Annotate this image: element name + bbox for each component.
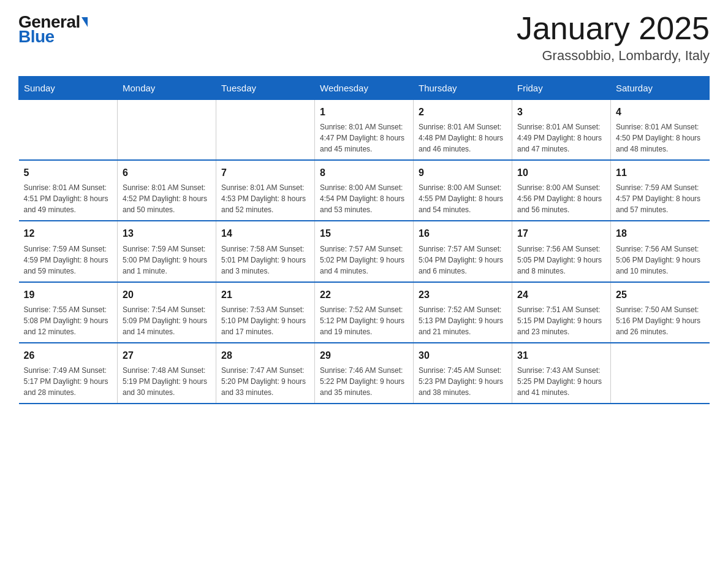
day-number: 16 — [419, 226, 507, 240]
day-info: Sunrise: 8:00 AM Sunset: 4:55 PM Dayligh… — [419, 182, 507, 215]
day-cell — [19, 100, 118, 161]
day-cell: 27Sunrise: 7:48 AM Sunset: 5:19 PM Dayli… — [118, 343, 216, 404]
day-info: Sunrise: 7:49 AM Sunset: 5:17 PM Dayligh… — [24, 365, 113, 398]
day-cell — [216, 100, 315, 161]
week-row-3: 19Sunrise: 7:55 AM Sunset: 5:08 PM Dayli… — [19, 282, 710, 343]
day-info: Sunrise: 7:59 AM Sunset: 5:00 PM Dayligh… — [123, 243, 211, 277]
day-header-monday: Monday — [118, 77, 216, 100]
day-cell: 22Sunrise: 7:52 AM Sunset: 5:12 PM Dayli… — [315, 282, 414, 343]
day-number: 1 — [320, 105, 408, 119]
logo: General Blue — [18, 12, 88, 47]
day-info: Sunrise: 7:56 AM Sunset: 5:06 PM Dayligh… — [616, 243, 705, 277]
day-info: Sunrise: 7:50 AM Sunset: 5:16 PM Dayligh… — [616, 304, 705, 337]
day-info: Sunrise: 8:01 AM Sunset: 4:48 PM Dayligh… — [419, 121, 507, 155]
day-cell: 31Sunrise: 7:43 AM Sunset: 5:25 PM Dayli… — [512, 343, 611, 404]
day-info: Sunrise: 7:56 AM Sunset: 5:05 PM Dayligh… — [517, 243, 605, 277]
day-info: Sunrise: 7:51 AM Sunset: 5:15 PM Dayligh… — [517, 304, 605, 337]
day-cell: 28Sunrise: 7:47 AM Sunset: 5:20 PM Dayli… — [216, 343, 315, 404]
day-cell: 1Sunrise: 8:01 AM Sunset: 4:47 PM Daylig… — [315, 100, 414, 161]
logo-blue-text: Blue — [18, 27, 55, 47]
day-header-tuesday: Tuesday — [216, 77, 315, 100]
day-info: Sunrise: 7:58 AM Sunset: 5:01 PM Dayligh… — [221, 243, 309, 277]
day-cell: 17Sunrise: 7:56 AM Sunset: 5:05 PM Dayli… — [512, 221, 611, 282]
day-cell: 4Sunrise: 8:01 AM Sunset: 4:50 PM Daylig… — [611, 100, 710, 161]
day-cell: 6Sunrise: 8:01 AM Sunset: 4:52 PM Daylig… — [118, 160, 216, 221]
day-info: Sunrise: 8:01 AM Sunset: 4:51 PM Dayligh… — [24, 182, 113, 215]
day-cell: 13Sunrise: 7:59 AM Sunset: 5:00 PM Dayli… — [118, 221, 216, 282]
day-number: 11 — [616, 166, 705, 180]
week-row-2: 12Sunrise: 7:59 AM Sunset: 4:59 PM Dayli… — [19, 221, 710, 282]
day-cell: 11Sunrise: 7:59 AM Sunset: 4:57 PM Dayli… — [611, 160, 710, 221]
day-info: Sunrise: 8:01 AM Sunset: 4:52 PM Dayligh… — [123, 182, 211, 215]
day-cell: 9Sunrise: 8:00 AM Sunset: 4:55 PM Daylig… — [414, 160, 512, 221]
day-info: Sunrise: 7:43 AM Sunset: 5:25 PM Dayligh… — [517, 365, 605, 398]
day-cell: 3Sunrise: 8:01 AM Sunset: 4:49 PM Daylig… — [512, 100, 611, 161]
day-info: Sunrise: 8:00 AM Sunset: 4:54 PM Dayligh… — [320, 182, 408, 215]
day-number: 23 — [419, 288, 507, 302]
day-header-friday: Friday — [512, 77, 611, 100]
day-info: Sunrise: 7:53 AM Sunset: 5:10 PM Dayligh… — [221, 304, 309, 337]
day-number: 15 — [320, 226, 408, 240]
day-cell: 20Sunrise: 7:54 AM Sunset: 5:09 PM Dayli… — [118, 282, 216, 343]
day-number: 18 — [616, 226, 705, 240]
day-number: 20 — [123, 288, 211, 302]
day-cell — [118, 100, 216, 161]
day-cell: 30Sunrise: 7:45 AM Sunset: 5:23 PM Dayli… — [414, 343, 512, 404]
day-cell: 26Sunrise: 7:49 AM Sunset: 5:17 PM Dayli… — [19, 343, 118, 404]
day-info: Sunrise: 8:01 AM Sunset: 4:50 PM Dayligh… — [616, 121, 705, 155]
day-cell: 29Sunrise: 7:46 AM Sunset: 5:22 PM Dayli… — [315, 343, 414, 404]
day-header-sunday: Sunday — [19, 77, 118, 100]
day-cell: 21Sunrise: 7:53 AM Sunset: 5:10 PM Dayli… — [216, 282, 315, 343]
day-info: Sunrise: 7:45 AM Sunset: 5:23 PM Dayligh… — [419, 365, 507, 398]
day-header-wednesday: Wednesday — [315, 77, 414, 100]
day-info: Sunrise: 7:55 AM Sunset: 5:08 PM Dayligh… — [24, 304, 113, 337]
day-cell: 24Sunrise: 7:51 AM Sunset: 5:15 PM Dayli… — [512, 282, 611, 343]
week-row-1: 5Sunrise: 8:01 AM Sunset: 4:51 PM Daylig… — [19, 160, 710, 221]
day-cell: 14Sunrise: 7:58 AM Sunset: 5:01 PM Dayli… — [216, 221, 315, 282]
day-info: Sunrise: 7:48 AM Sunset: 5:19 PM Dayligh… — [123, 365, 211, 398]
day-number: 21 — [221, 288, 309, 302]
day-header-saturday: Saturday — [611, 77, 710, 100]
day-number: 28 — [221, 348, 309, 362]
day-number: 22 — [320, 288, 408, 302]
day-cell: 8Sunrise: 8:00 AM Sunset: 4:54 PM Daylig… — [315, 160, 414, 221]
day-info: Sunrise: 7:52 AM Sunset: 5:13 PM Dayligh… — [419, 304, 507, 337]
day-number: 31 — [517, 348, 605, 362]
day-cell: 12Sunrise: 7:59 AM Sunset: 4:59 PM Dayli… — [19, 221, 118, 282]
day-cell: 23Sunrise: 7:52 AM Sunset: 5:13 PM Dayli… — [414, 282, 512, 343]
day-info: Sunrise: 7:46 AM Sunset: 5:22 PM Dayligh… — [320, 365, 408, 398]
day-info: Sunrise: 7:47 AM Sunset: 5:20 PM Dayligh… — [221, 365, 309, 398]
day-cell: 19Sunrise: 7:55 AM Sunset: 5:08 PM Dayli… — [19, 282, 118, 343]
day-number: 2 — [419, 105, 507, 119]
day-number: 13 — [123, 226, 211, 240]
day-info: Sunrise: 7:57 AM Sunset: 5:02 PM Dayligh… — [320, 243, 408, 277]
location-text: Grassobbio, Lombardy, Italy — [517, 48, 710, 64]
day-number: 10 — [517, 166, 605, 180]
day-number: 8 — [320, 166, 408, 180]
day-cell: 16Sunrise: 7:57 AM Sunset: 5:04 PM Dayli… — [414, 221, 512, 282]
day-number: 5 — [24, 166, 113, 180]
header-row: SundayMondayTuesdayWednesdayThursdayFrid… — [19, 77, 710, 100]
day-info: Sunrise: 8:01 AM Sunset: 4:53 PM Dayligh… — [221, 182, 309, 215]
day-number: 24 — [517, 288, 605, 302]
logo-triangle-icon — [82, 17, 88, 27]
day-info: Sunrise: 7:54 AM Sunset: 5:09 PM Dayligh… — [123, 304, 211, 337]
day-cell: 2Sunrise: 8:01 AM Sunset: 4:48 PM Daylig… — [414, 100, 512, 161]
day-number: 6 — [123, 166, 211, 180]
week-row-0: 1Sunrise: 8:01 AM Sunset: 4:47 PM Daylig… — [19, 100, 710, 161]
day-cell: 5Sunrise: 8:01 AM Sunset: 4:51 PM Daylig… — [19, 160, 118, 221]
day-info: Sunrise: 7:59 AM Sunset: 4:57 PM Dayligh… — [616, 182, 705, 215]
day-info: Sunrise: 8:01 AM Sunset: 4:47 PM Dayligh… — [320, 121, 408, 155]
day-number: 30 — [419, 348, 507, 362]
day-number: 12 — [24, 226, 113, 240]
week-row-4: 26Sunrise: 7:49 AM Sunset: 5:17 PM Dayli… — [19, 343, 710, 404]
month-title: January 2025 — [517, 12, 710, 44]
day-number: 29 — [320, 348, 408, 362]
day-number: 14 — [221, 226, 309, 240]
day-info: Sunrise: 8:01 AM Sunset: 4:49 PM Dayligh… — [517, 121, 605, 155]
day-number: 27 — [123, 348, 211, 362]
day-info: Sunrise: 7:57 AM Sunset: 5:04 PM Dayligh… — [419, 243, 507, 277]
day-number: 3 — [517, 105, 605, 119]
day-number: 26 — [24, 348, 113, 362]
day-number: 7 — [221, 166, 309, 180]
